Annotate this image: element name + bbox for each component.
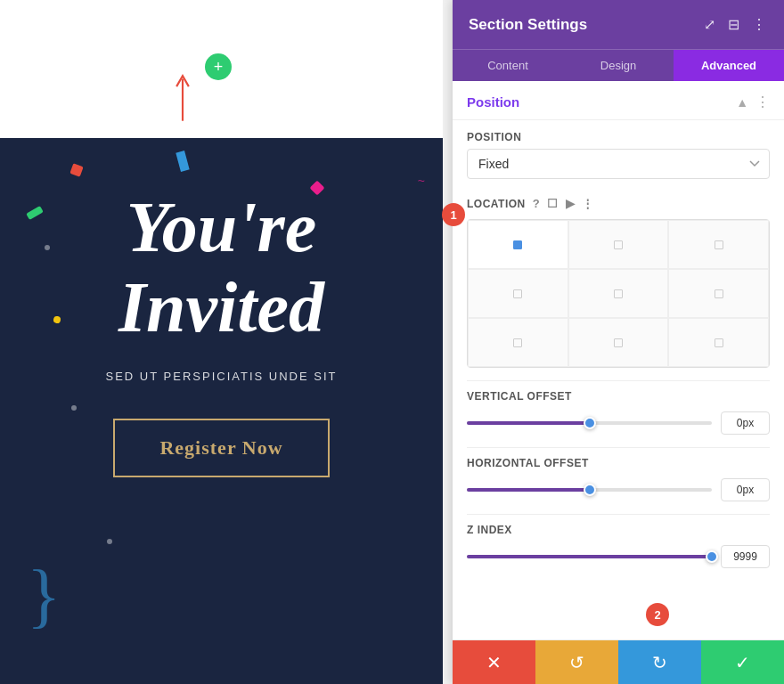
z-index-group: Z Index (453, 515, 784, 581)
grid-dot-mid-right (715, 289, 723, 298)
help-icon[interactable]: ? (533, 197, 540, 210)
panel-body: Position ▲ ⋮ Position Default Fixed Abso… (453, 81, 784, 639)
z-index-row (467, 545, 770, 568)
section-title: Position (467, 94, 519, 110)
hero-cta-button[interactable]: Register Now (159, 436, 282, 460)
grid-dot-top-left (513, 240, 522, 249)
location-header: Location ? ☐ ▶ ⋮ (467, 197, 770, 210)
cancel-button[interactable]: ✕ (453, 640, 535, 684)
grid-cell-top-left[interactable] (468, 220, 568, 269)
canvas-hero: } ~ You're Invited SED UT PERSPICIATIS U… (0, 138, 443, 684)
canvas-top: + (0, 0, 443, 138)
vertical-offset-input[interactable] (721, 411, 770, 435)
horizontal-offset-track (467, 488, 712, 492)
save-button[interactable]: ✓ (701, 640, 784, 684)
horizontal-offset-thumb (584, 484, 596, 496)
dot-deco (71, 405, 77, 411)
position-section-header: Position ▲ ⋮ (453, 81, 784, 120)
grid-cell-top-right[interactable] (668, 220, 769, 269)
grid-cell-bot-left[interactable] (468, 318, 568, 367)
badge-1: 1 (442, 203, 465, 226)
panel-header: Section Settings ⤢ ⊟ ⋮ (453, 0, 784, 49)
horizontal-offset-label: Horizontal Offset (467, 457, 770, 469)
decoration-curly: } (27, 559, 61, 631)
location-grid (467, 219, 770, 368)
grid-cell-bot-center[interactable] (568, 318, 669, 367)
vertical-offset-thumb (584, 417, 596, 429)
location-group: Location ? ☐ ▶ ⋮ (453, 190, 784, 380)
position-select[interactable]: Default Fixed Absolute Relative (467, 149, 770, 179)
hero-title-line2: Invited (118, 272, 324, 343)
tab-design[interactable]: Design (563, 50, 674, 81)
position-field-group: Position Default Fixed Absolute Relative (453, 120, 784, 190)
grid-dot-top-right (715, 240, 723, 249)
more-options-icon[interactable]: ⋮ (750, 14, 768, 35)
cursor-icon[interactable]: ▶ (566, 197, 576, 210)
badge-2: 2 (646, 603, 669, 626)
dot-deco (107, 539, 112, 544)
vertical-offset-group: Vertical Offset (453, 381, 784, 447)
grid-dot-bot-left (513, 338, 522, 347)
section-header-controls: ▲ ⋮ (736, 94, 770, 110)
confetti (176, 151, 189, 172)
dot-deco (45, 245, 50, 250)
hero-title-line1: You're (127, 191, 316, 263)
settings-panel: Section Settings ⤢ ⊟ ⋮ Content Design Ad… (453, 0, 784, 684)
tab-advanced[interactable]: Advanced (674, 50, 784, 81)
grid-dot-top-center (614, 240, 623, 249)
collapse-icon[interactable]: ▲ (736, 95, 748, 110)
horizontal-offset-row (467, 478, 770, 501)
grid-cell-mid-right[interactable] (668, 269, 769, 318)
hero-subtitle: SED UT PERSPICIATIS UNDE SIT (106, 370, 338, 383)
vertical-offset-row (467, 411, 770, 435)
panel-footer: ✕ ↺ ↻ ✓ (453, 639, 784, 684)
location-label: Location (467, 198, 526, 210)
vertical-offset-label: Vertical Offset (467, 390, 770, 403)
grid-dot-mid-center (614, 289, 623, 298)
section-menu-icon[interactable]: ⋮ (755, 94, 770, 110)
decoration-squiggle: ~ (418, 174, 425, 188)
grid-cell-mid-center[interactable] (568, 269, 669, 318)
hero-cta-wrapper: Register Now (113, 419, 329, 477)
add-section-button[interactable]: + (205, 53, 232, 80)
grid-cell-top-center[interactable] (568, 220, 669, 269)
location-menu-icon[interactable]: ⋮ (582, 197, 594, 210)
reset-button[interactable]: ↺ (535, 640, 618, 684)
horizontal-offset-group: Horizontal Offset (453, 448, 784, 514)
grid-cell-mid-left[interactable] (468, 269, 568, 318)
grid-dot-mid-left (513, 289, 522, 298)
position-label: Position (467, 131, 770, 143)
vertical-offset-track (467, 421, 712, 425)
grid-dot-bot-right (715, 338, 723, 347)
tab-content[interactable]: Content (453, 50, 563, 81)
canvas-area: + } ~ You're Invited SED UT PERSPICIATIS… (0, 0, 443, 684)
redo-button[interactable]: ↻ (618, 640, 701, 684)
horizontal-offset-input[interactable] (721, 478, 770, 501)
confetti (26, 206, 44, 220)
fullscreen-icon[interactable]: ⤢ (702, 14, 717, 35)
z-index-label: Z Index (467, 524, 770, 536)
device-icon[interactable]: ☐ (547, 197, 559, 210)
z-index-input[interactable] (721, 545, 770, 568)
panel-tabs: Content Design Advanced (453, 49, 784, 81)
panel-header-icons: ⤢ ⊟ ⋮ (702, 14, 768, 35)
grid-cell-bot-right[interactable] (668, 318, 769, 367)
z-index-track (467, 555, 712, 558)
grid-dot-bot-center (614, 338, 623, 347)
z-index-thumb (706, 550, 718, 563)
columns-icon[interactable]: ⊟ (726, 14, 741, 35)
confetti (69, 163, 83, 176)
confetti (53, 315, 61, 323)
panel-title: Section Settings (469, 16, 587, 34)
